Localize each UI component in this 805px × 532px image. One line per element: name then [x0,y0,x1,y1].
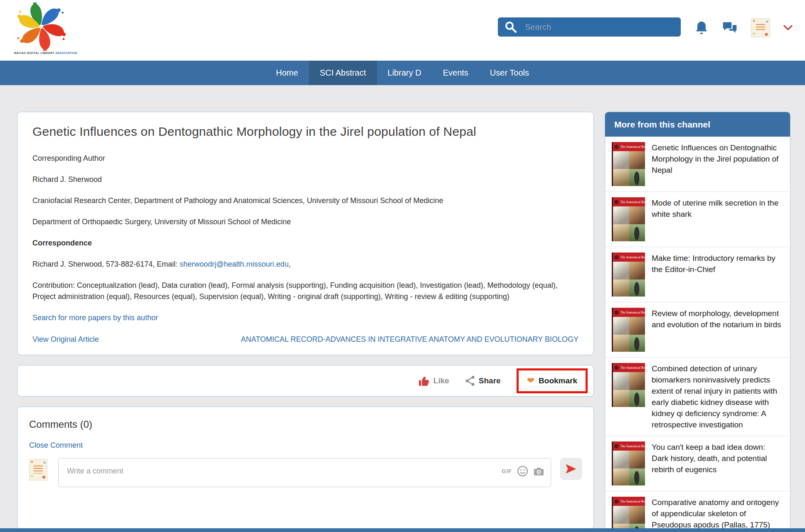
author-search-link[interactable]: Search for more papers by this author [32,314,158,322]
user-avatar[interactable] [751,18,770,37]
send-icon [565,463,577,475]
main-column: Genetic Influences on Dentognathic Morph… [17,112,594,529]
camera-icon[interactable] [533,466,544,476]
channel-article-item[interactable]: The Anatomical Record Review of morpholo… [605,302,790,357]
nav-item-library-d[interactable]: Library D [377,61,432,85]
content-area: Genetic Influences on Dentognathic Morph… [0,85,805,532]
page: MACAO DIGITAL LIBRARY ASSOCIATION [0,0,805,532]
channel-article-list: The Anatomical Record Genetic Influences… [605,137,790,532]
search-icon [505,21,517,33]
channel-article-title: Comparative anatomy and ontogeny of appe… [652,497,783,532]
journal-logo-icon [614,255,619,260]
channel-article-title: Make time: Introductory remarks by the E… [652,253,783,297]
search-input[interactable] [498,17,681,37]
like-button[interactable]: Like [419,375,449,387]
brand-caption: MACAO DIGITAL LIBRARY ASSOCIATION [14,51,68,54]
flower-logo-icon [17,2,66,51]
channel-article-title: Review of morphology, development and ev… [652,308,783,352]
bookmark-label: Bookmark [539,376,577,385]
author-email-link[interactable]: sherwoodrj@health.missouri.edu [180,260,288,268]
channel-article-item[interactable]: The Anatomical Record You can't keep a b… [605,436,790,491]
journal-cover-thumbnail: The Anatomical Record [612,308,645,352]
correspondence-label: Correspondence [32,238,579,249]
brand-logo[interactable]: MACAO DIGITAL LIBRARY ASSOCIATION [14,2,68,54]
article-card: Genetic Influences on Dentognathic Morph… [17,112,594,355]
journal-logo-icon [614,499,619,504]
journal-cover-thumbnail: The Anatomical Record [612,497,645,532]
thumbs-up-icon [419,375,430,387]
journal-logo-icon [614,144,619,150]
channel-article-title: Combined detection of urinary biomarkers… [652,363,783,430]
search-bar [498,17,681,37]
heart-icon: ❤ [527,376,534,385]
channel-article-item[interactable]: The Anatomical Record Combined detection… [605,357,790,436]
journal-cover-thumbnail: The Anatomical Record [612,197,645,241]
journal-cover-caption: The Anatomical Record [620,145,645,149]
comments-card: Comments (0) Close Comment GIF [17,407,594,529]
journal-logo-icon [614,310,619,315]
journal-cover-thumbnail: The Anatomical Record [612,142,645,186]
close-comment-link[interactable]: Close Comment [29,441,83,450]
nav-item-events[interactable]: Events [432,61,479,85]
nav-item-sci-abstract[interactable]: SCI Abstract [309,61,377,85]
share-label: Share [479,376,501,385]
like-label: Like [433,376,449,385]
main-nav: Home SCI Abstract Library D Events User … [0,61,805,85]
corresponding-author-label: Corresponding Author [32,153,579,164]
comment-box: GIF [58,458,551,489]
notifications-bell-icon[interactable] [694,20,709,35]
journal-logo-icon [614,199,619,205]
nav-item-user-tools[interactable]: User Tools [479,61,540,85]
article-title: Genetic Influences on Dentognathic Morph… [32,125,579,139]
author-name: Richard J. Sherwood [32,174,579,185]
channel-article-item[interactable]: The Anatomical Record Genetic Influences… [605,137,790,191]
nav-item-home[interactable]: Home [265,61,309,85]
journal-logo-icon [614,365,619,370]
channel-article-item[interactable]: The Anatomical Record Comparative anatom… [605,491,790,532]
channel-article-item[interactable]: The Anatomical Record Make time: Introdu… [605,247,790,302]
comment-compose-row: GIF [29,458,582,489]
article-links-row: View Original Article ANATOMICAL RECORD-… [32,335,579,344]
messages-chat-icon[interactable] [722,21,738,35]
header-icons [694,18,793,37]
journal-cover-caption: The Anatomical Record [620,444,645,448]
contribution-text: Contribution: Conceptualization (lead), … [32,280,579,302]
journal-cover-thumbnail: The Anatomical Record [612,253,645,297]
journal-cover-caption: The Anatomical Record [620,500,645,503]
channel-article-item[interactable]: The Anatomical Record Mode of uterine mi… [605,191,790,247]
actions-bar: Like Share ❤ Bookmark [17,365,594,397]
channel-article-title: Genetic Influences on Dentognathic Morph… [652,142,783,186]
comment-tools: GIF [502,466,544,477]
sidebar-heading: More from this channel [605,112,790,137]
journal-cover-caption: The Anatomical Record [620,311,645,314]
journal-link[interactable]: ANATOMICAL RECORD-ADVANCES IN INTEGRATIV… [241,335,579,344]
commenter-avatar [29,459,47,481]
channel-article-title: You can't keep a bad idea down: Dark his… [652,441,783,485]
share-button[interactable]: Share [465,375,501,386]
journal-cover-caption: The Anatomical Record [620,200,645,204]
journal-cover-caption: The Anatomical Record [620,255,645,259]
footer-strip [0,528,805,532]
affiliation-1: Craniofacial Research Center, Department… [32,195,579,206]
journal-logo-icon [614,444,619,449]
journal-cover-thumbnail: The Anatomical Record [612,363,645,407]
emoji-icon[interactable] [517,466,528,477]
comments-heading: Comments (0) [29,419,582,430]
send-comment-button[interactable] [560,458,582,480]
journal-cover-thumbnail: The Anatomical Record [612,441,645,485]
account-chevron-down-icon[interactable] [783,25,793,31]
more-from-channel-sidebar: More from this channel The Anatomical Re… [605,112,790,532]
view-original-article-link[interactable]: View Original Article [32,335,99,344]
affiliation-2: Department of Orthopaedic Surgery, Unive… [32,216,579,228]
gif-icon[interactable]: GIF [502,468,512,474]
correspondence-line: Richard J. Sherwood, 573-882-6174, Email… [32,259,579,270]
share-icon [465,375,475,386]
comment-input[interactable] [58,458,551,487]
journal-cover-caption: The Anatomical Record [620,366,645,370]
bookmark-button-highlighted[interactable]: ❤ Bookmark [517,368,588,393]
header: MACAO DIGITAL LIBRARY ASSOCIATION [0,0,805,61]
channel-article-title: Mode of uterine milk secretion in the wh… [652,197,783,241]
